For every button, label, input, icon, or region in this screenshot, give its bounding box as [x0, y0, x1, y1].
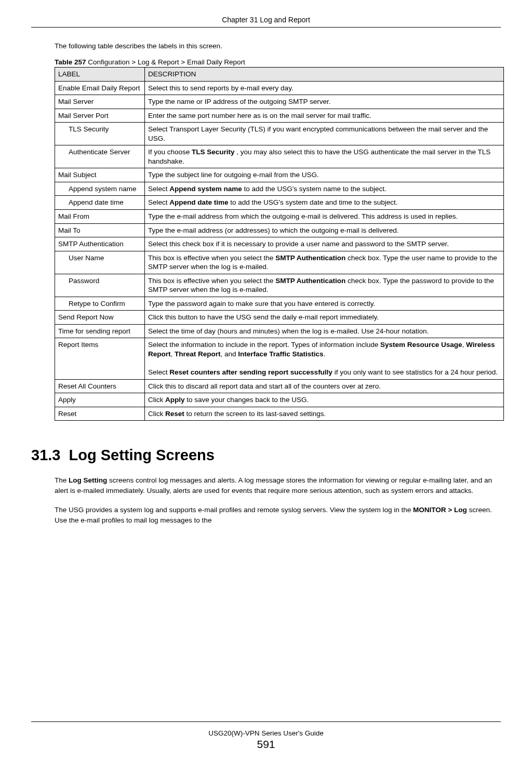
- row-description: Enter the same port number here as is on…: [145, 109, 504, 123]
- row-label: Time for sending report: [55, 324, 145, 338]
- table-row: PasswordThis box is effective when you s…: [55, 274, 504, 297]
- table-row: Append date timeSelect Append date time …: [55, 196, 504, 210]
- description-table: LABEL DESCRIPTION Enable Email Daily Rep…: [55, 67, 504, 421]
- footer-guide-title: USG20(W)-VPN Series User's Guide: [0, 729, 532, 737]
- page-number: 591: [0, 738, 532, 751]
- page: Chapter 31 Log and Report The following …: [0, 0, 532, 762]
- row-label: Append date time: [55, 196, 145, 210]
- table-row: Send Report NowClick this button to have…: [55, 311, 504, 325]
- row-label: Append system name: [55, 182, 145, 196]
- page-footer: USG20(W)-VPN Series User's Guide 591: [0, 729, 532, 751]
- row-description: This box is effective when you select th…: [145, 251, 504, 274]
- row-description: Click this to discard all report data an…: [145, 379, 504, 393]
- row-label: Mail Server Port: [55, 109, 145, 123]
- row-label: Enable Email Daily Report: [55, 81, 145, 95]
- table-row: Retype to ConfirmType the password again…: [55, 297, 504, 311]
- row-description: Select the information to include in the…: [145, 338, 504, 379]
- table-header-row: LABEL DESCRIPTION: [55, 68, 504, 82]
- row-description: Click this button to have the USG send t…: [145, 311, 504, 325]
- row-description: Select Append date time to add the USG's…: [145, 196, 504, 210]
- row-description: Select this to send reports by e-mail ev…: [145, 81, 504, 95]
- row-description: Type the password again to make sure tha…: [145, 297, 504, 311]
- row-label: Mail Subject: [55, 168, 145, 182]
- col-label: LABEL: [55, 68, 145, 82]
- table-row: TLS SecuritySelect Transport Layer Secur…: [55, 123, 504, 145]
- footer-rule: [31, 721, 501, 722]
- row-description: Select this check box if it is necessary…: [145, 237, 504, 251]
- row-description: Type the e-mail address from which the o…: [145, 210, 504, 224]
- row-description: Type the subject line for outgoing e-mai…: [145, 168, 504, 182]
- row-label: Mail Server: [55, 95, 145, 109]
- table-row: Reset All CountersClick this to discard …: [55, 379, 504, 393]
- row-description: Type the e-mail address (or addresses) t…: [145, 223, 504, 237]
- table-title: Configuration > Log & Report > Email Dai…: [86, 58, 245, 66]
- row-label: Reset: [55, 407, 145, 421]
- table-row: SMTP AuthenticationSelect this check box…: [55, 237, 504, 251]
- row-label: Password: [55, 274, 145, 297]
- row-description: This box is effective when you select th…: [145, 274, 504, 297]
- table-row: Enable Email Daily ReportSelect this to …: [55, 81, 504, 95]
- table-row: ResetClick Reset to return the screen to…: [55, 407, 504, 421]
- table-row: User NameThis box is effective when you …: [55, 251, 504, 274]
- row-description: Select Append system name to add the USG…: [145, 182, 504, 196]
- section-heading: 31.3 Log Setting Screens: [31, 447, 501, 464]
- section-number: 31.3: [31, 447, 60, 463]
- row-label: Mail From: [55, 210, 145, 224]
- table-number: Table 257: [55, 58, 86, 66]
- row-label: User Name: [55, 251, 145, 274]
- table-row: Mail ToType the e-mail address (or addre…: [55, 223, 504, 237]
- table-row: Authenticate ServerIf you choose TLS Sec…: [55, 145, 504, 168]
- intro-text: The following table describes the labels…: [55, 42, 501, 50]
- section-title: Log Setting Screens: [69, 447, 215, 463]
- table-caption: Table 257 Configuration > Log & Report >…: [55, 58, 501, 66]
- header-rule: [31, 27, 501, 28]
- row-description: Click Reset to return the screen to its …: [145, 407, 504, 421]
- row-label: SMTP Authentication: [55, 237, 145, 251]
- table-row: Mail SubjectType the subject line for ou…: [55, 168, 504, 182]
- table-row: Time for sending reportSelect the time o…: [55, 324, 504, 338]
- row-label: Retype to Confirm: [55, 297, 145, 311]
- row-label: Send Report Now: [55, 311, 145, 325]
- running-header: Chapter 31 Log and Report: [31, 16, 501, 24]
- table-row: Append system nameSelect Append system n…: [55, 182, 504, 196]
- row-description: Click Apply to save your changes back to…: [145, 393, 504, 407]
- row-label: Mail To: [55, 223, 145, 237]
- row-label: Authenticate Server: [55, 145, 145, 168]
- row-description: Select the time of day (hours and minute…: [145, 324, 504, 338]
- row-label: TLS Security: [55, 123, 145, 145]
- row-description: Type the name or IP address of the outgo…: [145, 95, 504, 109]
- body-paragraph: The USG provides a system log and suppor…: [55, 505, 501, 525]
- table-row: ApplyClick Apply to save your changes ba…: [55, 393, 504, 407]
- row-label: Reset All Counters: [55, 379, 145, 393]
- table-row: Mail FromType the e-mail address from wh…: [55, 210, 504, 224]
- row-description: Select Transport Layer Security (TLS) if…: [145, 123, 504, 145]
- table-row: Mail Server PortEnter the same port numb…: [55, 109, 504, 123]
- body-paragraph: The Log Setting screens control log mess…: [55, 475, 501, 496]
- row-description: If you choose TLS Security , you may als…: [145, 145, 504, 168]
- table-row: Mail ServerType the name or IP address o…: [55, 95, 504, 109]
- row-label: Apply: [55, 393, 145, 407]
- col-description: DESCRIPTION: [145, 68, 504, 82]
- table-row: Report ItemsSelect the information to in…: [55, 338, 504, 379]
- row-label: Report Items: [55, 338, 145, 379]
